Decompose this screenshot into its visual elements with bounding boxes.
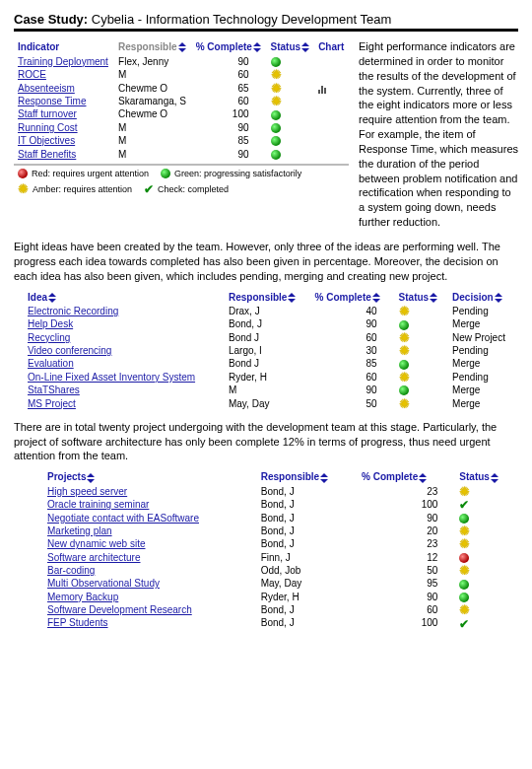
indicator-link[interactable]: ROCE [18,69,46,80]
sort-icon[interactable] [288,293,296,303]
status-cell [267,121,315,134]
chart-cell [314,134,349,147]
bar-chart-icon[interactable] [318,83,327,94]
indicator-link[interactable]: Response Time [18,96,86,106]
idea-link[interactable]: On-Line Fixed Asset Inventory System [28,372,195,383]
col-pct[interactable]: % Complete [311,290,395,305]
col-status[interactable]: Status [455,469,518,484]
decision-cell: Merge [448,396,518,409]
table-row: IT ObjectivesM85 [14,134,349,147]
col-responsible[interactable]: Responsible [114,39,192,54]
project-link[interactable]: FEP Students [47,617,108,628]
pct-cell: 85 [311,357,395,370]
col-pct[interactable]: % Complete [192,39,267,54]
sort-icon[interactable] [372,293,380,303]
responsible-cell: Bond, J [257,524,358,537]
col-chart[interactable]: Chart [314,39,349,54]
idea-link[interactable]: Help Desk [28,318,73,329]
table-row: Response TimeSkaramanga, S60✺ [14,95,349,107]
sort-icon[interactable] [320,473,328,483]
idea-link[interactable]: StaTShares [28,384,80,395]
project-link[interactable]: Multi Observational Study [47,578,160,589]
responsible-cell: Bond, J [257,616,358,629]
green-dot-icon [399,320,409,330]
responsible-cell: Chewme O [114,81,192,95]
col-status[interactable]: Status [395,290,448,305]
responsible-cell: M [114,121,192,134]
col-indicator[interactable]: Indicator [14,39,114,54]
indicator-link[interactable]: Staff turnover [18,108,77,119]
table-row: Staff BenefitsM90 [14,147,349,160]
check-icon: ✔ [459,500,469,510]
amber-star-icon: ✺ [399,399,410,409]
status-cell: ✺ [395,344,448,357]
idea-link[interactable]: Recycling [28,332,70,343]
col-responsible[interactable]: Responsible [257,469,358,484]
green-dot-icon [271,123,281,133]
idea-link[interactable]: Evaluation [28,358,74,369]
responsible-cell: Bond, J [257,498,358,511]
indicator-link[interactable]: Absenteeism [18,83,75,94]
ideas-table: Idea Responsible % Complete Status Decis… [24,290,518,410]
legend-green: Green: progressing satisfactorily [174,169,301,178]
pct-cell: 12 [358,550,455,563]
ideas-paragraph: Eight ideas have been created by the tea… [14,240,518,284]
responsible-cell: Largo, I [225,344,311,357]
status-cell: ✺ [455,537,518,550]
sort-icon[interactable] [253,42,261,52]
indicator-link[interactable]: Staff Benefits [18,149,76,160]
idea-link[interactable]: MS Project [28,398,76,409]
pct-cell: 95 [358,577,455,590]
status-cell: ✺ [395,371,448,384]
status-cell: ✺ [267,81,315,95]
status-cell: ✺ [267,68,315,81]
project-link[interactable]: Oracle training seminar [47,499,149,510]
col-idea[interactable]: Idea [24,290,225,305]
sort-icon[interactable] [178,42,186,52]
status-cell [267,54,315,67]
indicator-link[interactable]: Running Cost [18,122,78,133]
page-title: Case Study: Cybelia - Information Techno… [14,12,518,32]
project-link[interactable]: New dynamic web site [47,538,145,549]
responsible-cell: Bond J [225,357,311,370]
idea-link[interactable]: Electronic Recording [28,306,118,316]
col-status[interactable]: Status [267,39,315,54]
pct-cell: 100 [192,107,267,120]
project-link[interactable]: Marketing plan [47,525,112,536]
pct-cell: 90 [358,511,455,524]
col-decision[interactable]: Decision [448,290,518,305]
pct-cell: 90 [192,147,267,160]
green-dot-icon [161,169,170,178]
project-link[interactable]: Software architecture [47,552,141,563]
project-link[interactable]: Negotiate contact with EASoftware [47,513,199,524]
indicator-link[interactable]: IT Objectives [18,135,75,146]
pct-cell: 90 [311,317,395,330]
sort-icon[interactable] [419,473,427,483]
responsible-cell: Ryder, H [257,591,358,603]
project-link[interactable]: Bar-coding [47,565,95,576]
sort-icon[interactable] [430,293,437,303]
responsible-cell: Bond J [225,331,311,344]
sort-icon[interactable] [48,293,56,303]
projects-table: Projects Responsible % Complete Status H… [43,469,518,629]
project-link[interactable]: Memory Backup [47,592,118,602]
responsible-cell: Ryder, H [225,371,311,384]
sort-icon[interactable] [87,473,95,483]
col-responsible[interactable]: Responsible [225,290,311,305]
indicator-link[interactable]: Training Deployment [18,56,108,67]
pct-cell: 60 [311,331,395,344]
sort-icon[interactable] [301,42,309,52]
responsible-cell: Bond, J [225,317,311,330]
project-link[interactable]: Software Development Research [47,604,192,615]
col-pct[interactable]: % Complete [358,469,455,484]
legend-amber: Amber: requires attention [33,184,132,194]
project-link[interactable]: High speed server [47,486,127,497]
idea-link[interactable]: Video conferencing [28,345,111,356]
col-project[interactable]: Projects [43,469,257,484]
sort-icon[interactable] [491,473,499,483]
responsible-cell: Drax, J [225,305,311,317]
sort-icon[interactable] [495,293,502,303]
responsible-cell: Skaramanga, S [114,95,192,107]
green-dot-icon [459,580,469,590]
intro-paragraph: Eight performance indicators are determi… [359,39,518,230]
